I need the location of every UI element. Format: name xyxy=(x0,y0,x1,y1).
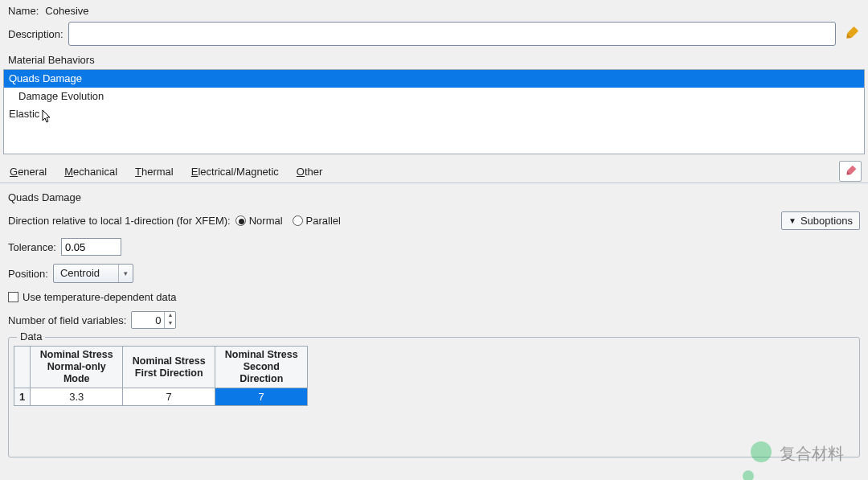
data-fieldset: Data Nominal StressNormal-only Mode Nomi… xyxy=(8,337,860,457)
edit-description-button[interactable] xyxy=(842,25,860,43)
row-number: 1 xyxy=(14,388,31,406)
radio-icon xyxy=(235,215,246,226)
tab-general[interactable]: General xyxy=(10,164,47,179)
description-label: Description: xyxy=(8,28,63,40)
tolerance-label: Tolerance: xyxy=(8,241,56,253)
table-cell[interactable]: 3.3 xyxy=(31,388,123,406)
description-input[interactable] xyxy=(68,22,836,46)
eraser-icon xyxy=(842,163,858,179)
col-header[interactable]: Nominal StressSecond Direction xyxy=(215,347,308,388)
rowheader-corner xyxy=(14,347,31,388)
table-row[interactable]: 1 3.3 7 7 xyxy=(14,388,308,406)
tab-thermal[interactable]: Thermal xyxy=(135,164,174,179)
temp-dependent-checkbox[interactable]: Use temperature-dependent data xyxy=(8,291,177,303)
tab-mechanical[interactable]: Mechanical xyxy=(64,164,117,179)
list-item[interactable]: Elastic xyxy=(4,105,864,123)
data-legend: Data xyxy=(17,330,45,343)
checkbox-icon xyxy=(8,292,18,302)
tab-other[interactable]: Other xyxy=(297,164,323,179)
description-row: Description: xyxy=(8,22,860,46)
tolerance-input[interactable] xyxy=(61,238,121,256)
radio-parallel[interactable]: Parallel xyxy=(293,215,341,227)
chevron-down-icon[interactable]: ▼ xyxy=(165,320,175,328)
pencil-icon xyxy=(841,23,861,43)
panel-title: Quads Damage xyxy=(8,191,860,203)
tab-electrical-magnetic[interactable]: Electrical/Magnetic xyxy=(191,164,279,179)
chevron-down-icon: ▼ xyxy=(788,216,796,225)
col-header[interactable]: Nominal StressFirst Direction xyxy=(123,347,215,388)
behavior-category-tabs: General Mechanical Thermal Electrical/Ma… xyxy=(0,159,868,183)
table-cell[interactable]: 7 xyxy=(215,388,308,406)
delete-behavior-button[interactable] xyxy=(839,161,862,182)
chevron-up-icon[interactable]: ▲ xyxy=(165,312,175,320)
name-value: Cohesive xyxy=(45,5,88,17)
material-behaviors-label: Material Behaviors xyxy=(0,51,868,69)
list-item[interactable]: Damage Evolution xyxy=(4,88,864,105)
position-combo[interactable]: Centroid ▾ xyxy=(53,264,133,283)
name-label: Name: xyxy=(8,5,39,17)
suboptions-button[interactable]: ▼ Suboptions xyxy=(781,211,860,230)
field-vars-spinner[interactable]: 0 ▲ ▼ xyxy=(131,311,176,329)
radio-normal[interactable]: Normal xyxy=(235,215,283,227)
direction-label: Direction relative to local 1-direction … xyxy=(8,215,231,227)
material-behaviors-list[interactable]: Quads Damage Damage Evolution Elastic xyxy=(3,69,865,154)
radio-icon xyxy=(293,215,303,226)
list-item[interactable]: Quads Damage xyxy=(4,70,864,88)
position-label: Position: xyxy=(8,268,48,280)
field-vars-label: Number of field variables: xyxy=(8,314,126,326)
chevron-down-icon: ▾ xyxy=(118,265,133,282)
table-cell[interactable]: 7 xyxy=(123,388,215,406)
name-row: Name: Cohesive xyxy=(8,5,860,17)
col-header[interactable]: Nominal StressNormal-only Mode xyxy=(31,347,123,388)
data-table[interactable]: Nominal StressNormal-only Mode Nominal S… xyxy=(14,346,308,406)
